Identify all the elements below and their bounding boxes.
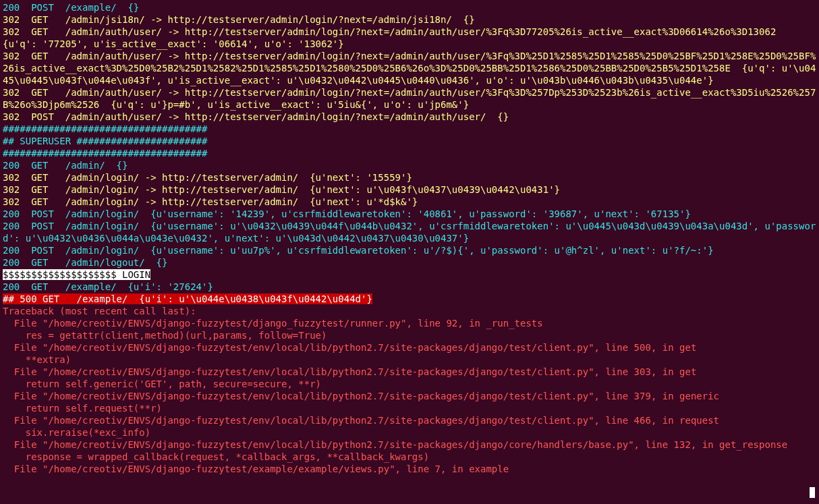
terminal-line: 302 POST /admin/auth/user/ -> http://tes… bbox=[3, 111, 509, 122]
terminal-line: return self.generic('GET', path, secure=… bbox=[3, 379, 321, 389]
terminal-line: Traceback (most recent call last): bbox=[3, 306, 196, 316]
terminal-line: File "/home/creotiv/ENVS/django-fuzzytes… bbox=[3, 342, 696, 353]
terminal-output[interactable]: 200 POST /example/ {} 302 GET /admin/jsi… bbox=[0, 0, 819, 476]
terminal-line: 302 GET /admin/login/ -> http://testserv… bbox=[3, 184, 560, 195]
terminal-line: 302 GET /admin/auth/user/ -> http://test… bbox=[3, 87, 816, 110]
terminal-line: File "/home/creotiv/ENVS/django-fuzzytes… bbox=[3, 318, 543, 329]
terminal-line: #################################### bbox=[3, 123, 207, 134]
terminal-line: #################################### bbox=[3, 148, 207, 159]
terminal-line: File "/home/creotiv/ENVS/django-fuzzytes… bbox=[3, 366, 696, 377]
terminal-line: 200 POST /example/ {} bbox=[3, 2, 139, 13]
terminal-line: 200 GET /admin/logout/ {} bbox=[3, 257, 167, 268]
cursor bbox=[810, 487, 815, 498]
terminal-line: 200 POST /admin/login/ {u'username': u'\… bbox=[3, 221, 816, 244]
terminal-line: 302 GET /admin/jsi18n/ -> http://testser… bbox=[3, 14, 475, 25]
terminal-line: ## SUPERUSER ####################### bbox=[3, 136, 207, 146]
terminal-line: six.reraise(*exc_info) bbox=[3, 427, 150, 438]
terminal-line: ## 500 GET /example/ {u'i': u'\u044e\u04… bbox=[3, 293, 372, 304]
terminal-line: File "/home/creotiv/ENVS/django-fuzzytes… bbox=[3, 439, 787, 450]
terminal-line: File "/home/creotiv/ENVS/django-fuzzytes… bbox=[3, 415, 719, 426]
terminal-line: **extra) bbox=[3, 354, 71, 365]
terminal-line: 302 GET /admin/auth/user/ -> http://test… bbox=[3, 26, 787, 49]
terminal-line: return self.request(**r) bbox=[3, 403, 162, 414]
terminal-line: res = getattr(client,method)(url,params,… bbox=[3, 330, 327, 341]
terminal-line: 200 POST /admin/login/ {u'username': u'u… bbox=[3, 245, 714, 256]
terminal-line: 302 GET /admin/auth/user/ -> http://test… bbox=[3, 51, 816, 86]
terminal-line: File "/home/creotiv/ENVS/django-fuzzytes… bbox=[3, 464, 509, 474]
terminal-line: 302 GET /admin/login/ -> http://testserv… bbox=[3, 172, 412, 183]
terminal-line: response = wrapped_callback(request, *ca… bbox=[3, 451, 429, 462]
terminal-line: 200 GET /example/ {u'i': '27624'} bbox=[3, 281, 213, 292]
terminal-line: 200 POST /admin/login/ {u'username': '14… bbox=[3, 208, 691, 219]
terminal-line: 200 GET /admin/ {} bbox=[3, 160, 128, 171]
terminal-line: 302 GET /admin/login/ -> http://testserv… bbox=[3, 196, 418, 207]
terminal-line: File "/home/creotiv/ENVS/django-fuzzytes… bbox=[3, 391, 719, 401]
terminal-line: $$$$$$$$$$$$$$$$$$$$ LOGIN bbox=[3, 269, 150, 280]
